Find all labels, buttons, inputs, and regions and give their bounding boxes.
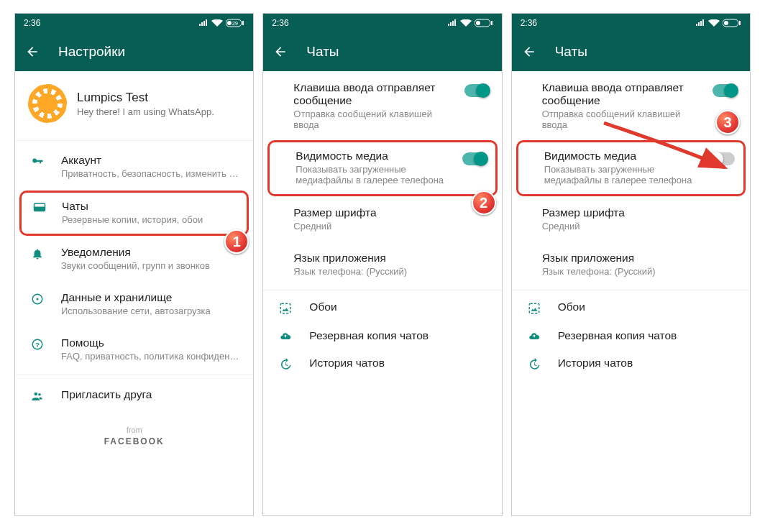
profile-row[interactable]: Lumpics Test Hey there! I am using Whats… (15, 71, 253, 137)
svg-rect-14 (491, 21, 493, 25)
step-badge-2: 2 (472, 191, 496, 215)
svg-rect-19 (529, 303, 539, 313)
pref-chat-history[interactable]: История чатов (263, 349, 501, 378)
phone-screen-settings: 2:36 29 Настройки Lumpics Test Hey there… (14, 13, 254, 516)
pref-wallpaper[interactable]: Обои (263, 293, 501, 322)
toggle-enter-send[interactable] (464, 84, 489, 97)
settings-notifications[interactable]: УведомленияЗвуки сообщений, групп и звон… (15, 236, 253, 281)
pref-font-size[interactable]: Размер шрифтаСредний (512, 196, 750, 242)
status-time: 2:36 (24, 18, 40, 28)
pref-wallpaper[interactable]: Обои (512, 293, 750, 322)
chat-icon (32, 201, 47, 214)
svg-rect-17 (724, 21, 728, 25)
svg-point-10 (35, 393, 38, 396)
toggle-media-visibility-off[interactable] (710, 152, 735, 165)
pref-media-visibility-highlight[interactable]: Видимость медиаПоказывать загруженные ме… (516, 140, 746, 196)
svg-rect-13 (476, 21, 480, 25)
svg-rect-15 (281, 303, 291, 313)
svg-rect-1 (227, 21, 232, 25)
status-right: 29 (198, 19, 244, 27)
pref-enter-send[interactable]: Клавиша ввода отправляет сообщениеОтправ… (263, 71, 501, 140)
profile-name: Lumpics Test (77, 91, 214, 105)
avatar (28, 84, 67, 123)
toggle-enter-send[interactable] (713, 84, 737, 97)
pref-media-visibility-highlight[interactable]: Видимость медиаПоказывать загруженные ме… (267, 140, 497, 196)
pref-app-language[interactable]: Язык приложенияЯзык телефона: (Русский) (263, 242, 501, 287)
svg-point-11 (38, 393, 41, 396)
key-icon (29, 155, 45, 168)
history-icon (278, 358, 293, 371)
phone-screen-chats-off: 2:36 Чаты Клавиша ввода отправляет сообщ… (511, 13, 751, 516)
back-icon[interactable] (25, 45, 40, 59)
cloud-up-icon (278, 331, 293, 342)
help-icon: ? (29, 338, 45, 351)
history-icon (526, 358, 542, 371)
phone-screen-chats-on: 2:36 Чаты Клавиша ввода отправляет сообщ… (262, 13, 502, 516)
wallpaper-icon (526, 302, 542, 315)
pref-chat-history[interactable]: История чатов (512, 349, 750, 378)
svg-rect-18 (739, 21, 741, 25)
page-title: Чаты (306, 44, 339, 60)
svg-rect-5 (35, 207, 45, 211)
pref-app-language[interactable]: Язык приложенияЯзык телефона: (Русский) (512, 242, 750, 287)
svg-point-7 (37, 298, 39, 301)
pref-chat-backup[interactable]: Резервная копия чатов (263, 322, 501, 349)
app-bar: Настройки (15, 32, 253, 71)
footer: from FACEBOOK (15, 426, 253, 446)
pref-font-size[interactable]: Размер шрифтаСредний (263, 196, 501, 242)
battery-icon: 29 (226, 19, 244, 27)
cloud-up-icon (526, 331, 542, 342)
settings-invite[interactable]: Пригласить друга (15, 378, 253, 413)
bell-icon (29, 247, 45, 260)
status-bar: 2:36 (263, 14, 501, 32)
settings-account[interactable]: АккаунтПриватность, безопасность, измени… (15, 144, 253, 189)
pref-enter-send[interactable]: Клавиша ввода отправляет сообщениеОтправ… (512, 71, 750, 140)
settings-data[interactable]: Данные и хранилищеИспользование сети, ав… (15, 281, 253, 326)
data-icon (29, 293, 45, 306)
back-icon[interactable] (273, 45, 288, 59)
status-bar: 2:36 29 (15, 14, 253, 32)
settings-help[interactable]: ? ПомощьFAQ, приватность, политика конфи… (15, 326, 253, 372)
wallpaper-icon (278, 302, 293, 315)
toggle-media-visibility-on[interactable] (462, 152, 487, 165)
svg-rect-2 (242, 21, 244, 25)
svg-text:?: ? (35, 341, 40, 349)
page-title: Настройки (58, 44, 125, 60)
step-badge-3: 3 (715, 110, 740, 134)
people-icon (29, 390, 45, 403)
svg-text:29: 29 (232, 21, 238, 26)
pref-chat-backup[interactable]: Резервная копия чатов (512, 322, 750, 349)
profile-status: Hey there! I am using WhatsApp. (77, 106, 214, 117)
back-icon[interactable] (522, 45, 536, 59)
page-title: Чаты (555, 44, 587, 60)
status-bar: 2:36 (512, 14, 750, 32)
settings-chats-highlight[interactable]: ЧатыРезервные копии, история, обои (19, 191, 249, 236)
